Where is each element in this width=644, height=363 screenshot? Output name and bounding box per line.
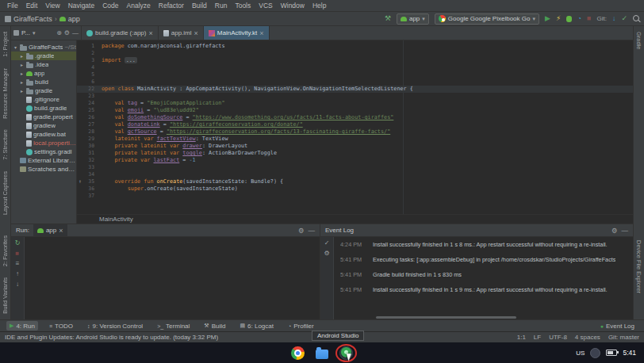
tree-item-gradlew-bat[interactable]: gradlew.bat: [11, 130, 76, 139]
tree-item-gradle[interactable]: ▸gradle: [11, 86, 76, 95]
status-1-1[interactable]: 1:1: [517, 334, 526, 341]
tree-item-giraffefacts[interactable]: ▾GiraffeFacts~/St: [11, 43, 76, 52]
profile-button[interactable]: ◔: [577, 16, 581, 22]
tool-strip-gradle[interactable]: Gradle: [635, 26, 642, 55]
scroll-up-icon[interactable]: ↑: [16, 270, 19, 277]
code-line-37[interactable]: 37: [77, 193, 633, 200]
status-utf-8[interactable]: UTF-8: [549, 334, 567, 341]
menu-refactor[interactable]: Refactor: [155, 2, 188, 10]
status-git-master[interactable]: Git: master: [608, 334, 639, 341]
tool-strip-7-structure[interactable]: 7: Structure: [2, 124, 9, 166]
tool-strip-build-variants[interactable]: Build Variants: [2, 272, 9, 319]
tool-strip-device-file-explorer[interactable]: Device File Explorer: [635, 235, 642, 299]
apply-changes-button[interactable]: ⚡: [556, 15, 561, 22]
tool-window-button-build[interactable]: ⚒Build: [201, 321, 228, 331]
settings-gear-icon[interactable]: ⚙: [298, 227, 305, 235]
tree-item-local-properties[interactable]: local.properties: [11, 139, 76, 147]
code-line-3[interactable]: 3import ...: [77, 57, 633, 64]
code-line-35[interactable]: 35↑ override fun onCreate(savedInstanceS…: [77, 178, 633, 185]
chrome-taskbar-icon[interactable]: [291, 346, 305, 360]
code-line-5[interactable]: 5: [77, 71, 633, 78]
tool-strip-1-project[interactable]: 1: Project: [2, 26, 9, 63]
horizontal-scrollbar[interactable]: [376, 316, 516, 319]
breadcrumb-item-app[interactable]: app: [59, 15, 80, 23]
run-tab-app[interactable]: app ×: [33, 224, 67, 236]
tree-item-settings-gradl[interactable]: settings.gradl: [11, 147, 76, 156]
project-panel-header[interactable]: P... ▾ ⊕ ⚙ —: [11, 26, 82, 40]
tool-strip-layout-captures[interactable]: Layout Captures: [2, 166, 9, 220]
device-select[interactable]: Google Google Pixelbook Go ▾: [435, 13, 539, 25]
code-line-31[interactable]: 31 private lateinit var toggle: ActionBa…: [77, 150, 633, 157]
code-line-1[interactable]: 1package com.naranjaconsal.giraffefacts: [77, 43, 633, 50]
code-line-32[interactable]: 32 private var lastFact = -1: [77, 157, 633, 164]
tab-close-icon[interactable]: ×: [194, 29, 198, 37]
mark-all-read-icon[interactable]: ✓: [324, 239, 330, 246]
tree-item-gitignore[interactable]: .gitignore: [11, 95, 76, 104]
code-line-24[interactable]: 24 val tag = "EmojiCompatApplication": [77, 100, 633, 107]
run-console-output[interactable]: [25, 237, 320, 319]
tree-arrow-icon[interactable]: ▸: [19, 71, 25, 76]
stop-button[interactable]: ■: [587, 15, 591, 22]
run-button[interactable]: ▶: [545, 15, 550, 22]
tool-window-button-event-log[interactable]: ●Event Log: [597, 321, 638, 331]
menu-navigate[interactable]: Navigate: [64, 2, 99, 10]
code-line-2[interactable]: 2: [77, 50, 633, 57]
code-line-6[interactable]: 6: [77, 78, 633, 86]
tree-item-app[interactable]: ▸app: [11, 69, 76, 78]
event-log-entries[interactable]: 4:24 PMInstall successfully finished in …: [334, 237, 633, 319]
clock[interactable]: 5:41: [623, 349, 636, 357]
code-line-34[interactable]: 34: [77, 171, 633, 178]
tool-window-button-6-logcat[interactable]: ▤6: Logcat: [236, 321, 277, 331]
code-line-25[interactable]: 25 val emoji = "\ud83e\udd92": [77, 107, 633, 114]
breadcrumb-item-giraffefacts[interactable]: GiraffeFacts: [5, 15, 52, 23]
code-editor[interactable]: 1package com.naranjaconsal.giraffefacts2…: [77, 40, 633, 224]
minimize-icon[interactable]: —: [309, 227, 316, 235]
tool-window-button-profiler[interactable]: ◔Profiler: [285, 321, 317, 331]
tool-strip-resource-manager[interactable]: Resource Manager: [2, 63, 9, 124]
event-log-entry[interactable]: 5:41 PMExecuting tasks: [:app:assembleDe…: [340, 256, 628, 271]
debug-button[interactable]: [566, 16, 572, 22]
git-update-button[interactable]: ↓: [612, 15, 616, 22]
tool-window-button-todo[interactable]: ≡TODO: [46, 321, 76, 331]
hide-panel-icon[interactable]: —: [72, 29, 79, 36]
status-lf[interactable]: LF: [534, 334, 541, 341]
tree-arrow-icon[interactable]: ▸: [19, 53, 25, 59]
android-studio-taskbar-icon[interactable]: [339, 346, 353, 360]
tool-strip-2-favorites[interactable]: 2: Favorites: [2, 230, 9, 272]
status-menu-icon[interactable]: [590, 348, 600, 358]
breadcrumb-class-name[interactable]: MainActivity: [99, 216, 133, 223]
menu-view[interactable]: View: [41, 2, 63, 10]
menu-window[interactable]: Window: [277, 2, 309, 10]
settings-gear-icon[interactable]: ⚙: [64, 29, 70, 36]
minimize-icon[interactable]: —: [622, 227, 629, 235]
menu-build[interactable]: Build: [188, 2, 211, 10]
tree-item-gradle[interactable]: ▸.gradle: [11, 52, 76, 60]
code-line-36[interactable]: 36 super.onCreate(savedInstanceState): [77, 185, 633, 193]
event-log-entry[interactable]: 5:41 PMInstall successfully finished in …: [340, 286, 628, 301]
tree-item-scratches-and-co[interactable]: Scratches and Co: [11, 165, 76, 174]
editor-breadcrumb[interactable]: MainActivity: [77, 214, 633, 224]
menu-run[interactable]: Run: [211, 2, 232, 10]
status-4-spaces[interactable]: 4 spaces: [575, 334, 600, 341]
tree-item-idea[interactable]: ▸.idea: [11, 60, 76, 69]
run-config-select[interactable]: app ▾: [397, 13, 429, 25]
menu-tools[interactable]: Tools: [231, 2, 255, 10]
tool-window-button-9-version-control[interactable]: ↕9: Version Control: [84, 321, 146, 331]
override-marker-icon[interactable]: ↑: [79, 178, 82, 185]
menu-edit[interactable]: Edit: [22, 2, 42, 10]
code-line-28[interactable]: 28 val gcfSource = "https://giraffeconse…: [77, 128, 633, 136]
tree-arrow-icon[interactable]: ▸: [19, 88, 25, 94]
locate-file-icon[interactable]: ⊕: [56, 29, 62, 36]
editor-tab-build-gradle-app[interactable]: build.gradle (:app)×: [82, 26, 159, 40]
tree-arrow-icon[interactable]: ▸: [19, 79, 25, 85]
build-hammer-icon[interactable]: ⚒: [385, 15, 391, 22]
tree-item-external-libraries[interactable]: External Libraries: [11, 156, 76, 165]
tool-window-button-terminal[interactable]: >_Terminal: [154, 321, 193, 331]
code-line-22[interactable]: 22open class MainActivity : AppCompatAct…: [77, 86, 633, 93]
tool-window-button-4-run[interactable]: ▶4: Run: [6, 321, 38, 331]
tree-item-build-gradle[interactable]: build.gradle: [11, 104, 76, 113]
menu-analyze[interactable]: Analyze: [123, 2, 155, 10]
tree-arrow-icon[interactable]: ▸: [19, 62, 25, 67]
tab-close-icon[interactable]: ×: [259, 29, 263, 37]
tree-item-gradle-propert[interactable]: gradle.propert: [11, 113, 76, 121]
